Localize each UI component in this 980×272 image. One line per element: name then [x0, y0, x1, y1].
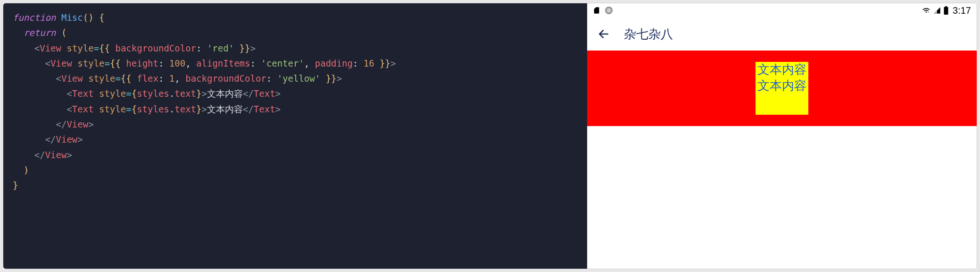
- wifi-icon: x: [922, 7, 931, 14]
- code-editor-pane: function Misc() { return ( <View style={…: [3, 3, 587, 269]
- key-height: height: [126, 58, 158, 68]
- middle-view: 文本内容 文本内容: [587, 51, 977, 126]
- text-literal-1: 文本内容: [207, 88, 243, 99]
- function-name: Misc: [61, 12, 83, 23]
- keyword-return: return: [24, 27, 56, 38]
- key-bg: backgroundColor: [115, 43, 196, 53]
- status-bar: x 3:17: [587, 3, 977, 17]
- jsx-tag-view-outer: View: [40, 43, 61, 53]
- signal-icon: [933, 7, 941, 14]
- jsx-tag-text-1: Text: [72, 88, 94, 99]
- keyword-function: function: [13, 12, 56, 23]
- render-area: 文本内容 文本内容: [587, 51, 977, 269]
- attr-style: style: [66, 43, 93, 53]
- status-left: [593, 6, 613, 15]
- battery-icon: [943, 6, 949, 15]
- key-align: alignItems: [196, 58, 250, 68]
- jsx-tag-view-middle: View: [50, 58, 72, 68]
- svg-rect-3: [945, 6, 947, 8]
- status-right: x 3:17: [922, 5, 971, 16]
- val-16: 16: [364, 58, 374, 68]
- val-yellow: 'yellow': [277, 73, 321, 84]
- inner-yellow-view: 文本内容 文本内容: [756, 62, 808, 115]
- val-red: 'red': [207, 43, 234, 53]
- page-title: 杂七杂八: [624, 26, 673, 42]
- clock-time: 3:17: [953, 5, 971, 16]
- text-literal-2: 文本内容: [207, 104, 243, 114]
- jsx-tag-text-2: Text: [72, 104, 94, 114]
- val-center: 'center': [261, 58, 304, 68]
- outer-red-view: 文本内容 文本内容: [587, 51, 977, 126]
- styles-text: text: [174, 88, 196, 99]
- styles-obj: styles: [137, 88, 169, 99]
- phone-preview-pane: x 3:17 杂七杂八 文本内容 文本内容: [587, 3, 977, 269]
- key-flex: flex: [137, 73, 158, 84]
- app-bar: 杂七杂八: [587, 17, 977, 51]
- key-padding: padding: [315, 58, 353, 68]
- back-arrow-icon[interactable]: [598, 28, 610, 40]
- val-1: 1: [169, 73, 174, 84]
- split-view-frame: function Misc() { return ( <View style={…: [3, 3, 977, 269]
- loading-icon: [605, 7, 613, 14]
- rendered-text-2: 文本内容: [757, 78, 806, 94]
- svg-rect-2: [944, 7, 948, 15]
- jsx-tag-view-inner: View: [61, 73, 83, 84]
- sd-card-icon: [593, 6, 600, 15]
- val-100: 100: [169, 58, 185, 68]
- rendered-text-1: 文本内容: [757, 62, 806, 78]
